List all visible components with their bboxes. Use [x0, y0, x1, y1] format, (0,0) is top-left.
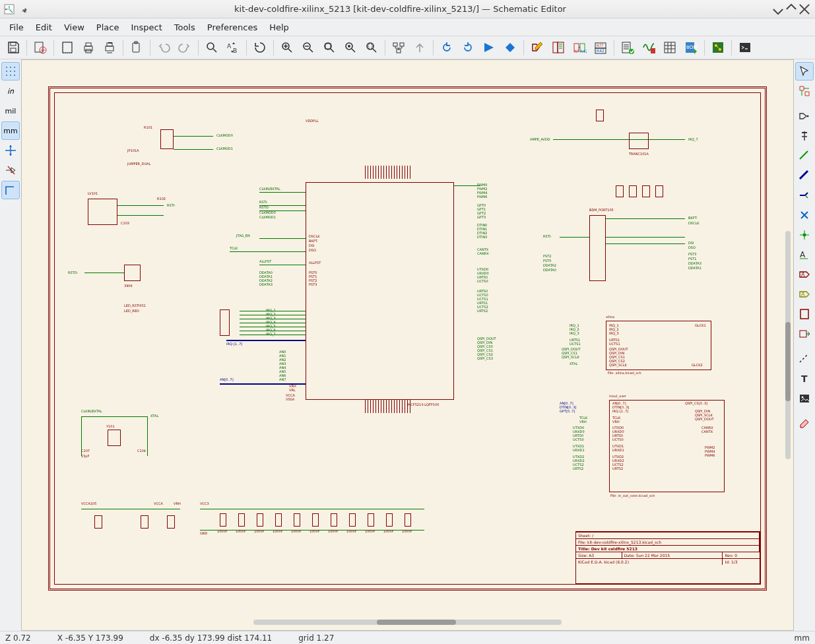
svg-point-23 [348, 45, 350, 48]
svg-point-58 [807, 115, 809, 117]
undo-button[interactable] [154, 38, 174, 57]
delete-tool[interactable] [795, 414, 814, 433]
paste-button[interactable] [127, 38, 147, 57]
mirror-v-button[interactable] [479, 38, 499, 57]
zoom-in-button[interactable] [277, 38, 297, 57]
pin-icon[interactable] [21, 5, 29, 13]
units-in[interactable]: in [1, 82, 20, 100]
navigate-hierarchy-button[interactable] [389, 38, 408, 57]
cursor-full-button[interactable] [1, 141, 20, 160]
svg-rect-27 [400, 43, 404, 46]
erc-button[interactable] [618, 38, 637, 57]
svg-point-50 [10, 67, 11, 68]
svg-rect-66 [800, 395, 809, 402]
bom-button[interactable]: BOM [681, 38, 701, 57]
menu-help[interactable]: Help [264, 20, 294, 34]
svg-point-51 [14, 67, 15, 68]
find-replace-button[interactable]: AB [223, 38, 243, 57]
symbol-browser-button[interactable] [548, 38, 568, 57]
redo-button[interactable] [175, 38, 195, 57]
rotate-cw-button[interactable] [458, 38, 478, 57]
add-dashed-line-tool[interactable] [795, 350, 814, 368]
minimize-button[interactable] [771, 3, 785, 16]
add-image-tool[interactable] [795, 389, 814, 408]
svg-rect-41 [651, 48, 655, 53]
h-scrollbar[interactable] [253, 620, 562, 625]
menu-place[interactable]: Place [91, 20, 125, 34]
svg-rect-63 [800, 309, 808, 319]
select-tool[interactable] [795, 62, 814, 80]
svg-rect-7 [63, 42, 72, 53]
add-hier-label-tool[interactable]: A [795, 285, 814, 304]
page-settings-button[interactable] [57, 38, 77, 57]
mirror-h-button[interactable] [500, 38, 520, 57]
import-sheet-pin-tool[interactable] [795, 325, 814, 343]
close-button[interactable] [798, 3, 811, 16]
menu-inspect[interactable]: Inspect [125, 20, 167, 34]
annotate-button[interactable]: R??R42 [591, 38, 610, 57]
sheet-frame: R101 JP101A JUMPER_DUAL CLKMOD0 CLKMOD1 … [48, 86, 767, 591]
refresh-button[interactable] [250, 38, 270, 57]
svg-rect-6 [63, 42, 72, 53]
symbol-editor-button[interactable] [527, 38, 547, 57]
add-text-tool[interactable]: T [795, 370, 814, 388]
add-bus-entry-tool[interactable] [795, 186, 814, 205]
simulator-button[interactable] [639, 38, 659, 57]
menu-tools[interactable]: Tools [169, 20, 201, 34]
svg-text:R42: R42 [580, 49, 587, 53]
zoom-selection-button[interactable] [362, 38, 381, 57]
svg-rect-29 [553, 42, 558, 53]
svg-text:R42: R42 [597, 48, 604, 53]
leave-sheet-button[interactable] [410, 38, 430, 57]
rotate-ccw-button[interactable] [437, 38, 457, 57]
add-net-label-tool[interactable]: A [795, 245, 814, 264]
add-wire-tool[interactable] [795, 146, 814, 165]
add-noconnect-tool[interactable] [795, 206, 814, 224]
grid-toggle[interactable] [1, 62, 20, 80]
scripting-console-button[interactable] [735, 38, 755, 57]
add-symbol-tool[interactable] [795, 107, 814, 125]
menu-preferences[interactable]: Preferences [202, 20, 263, 34]
svg-text:A: A [801, 272, 805, 278]
main-toolbar: AB R?R42 R??R42 BOM [0, 36, 815, 59]
units-mm[interactable]: mm [1, 121, 20, 140]
svg-text:BOM: BOM [686, 45, 697, 50]
print-button[interactable] [79, 38, 98, 57]
status-bar: Z 0.72 X -6.35 Y 173.99 dx -6.35 dy 173.… [0, 631, 815, 644]
add-bus-tool[interactable] [795, 166, 814, 185]
maximize-button[interactable] [785, 3, 798, 16]
find-button[interactable] [202, 38, 222, 57]
add-junction-tool[interactable] [795, 226, 814, 244]
left-toolbar: in mil mm [0, 59, 21, 631]
units-mil[interactable]: mil [1, 102, 20, 120]
svg-rect-48 [740, 43, 750, 52]
add-sheet-tool[interactable] [795, 305, 814, 323]
menubar: File Edit View Place Inspect Tools Prefe… [0, 18, 815, 36]
menu-view[interactable]: View [59, 20, 90, 34]
hidden-pins-button[interactable] [1, 161, 20, 179]
zoom-fit-button[interactable] [319, 38, 339, 57]
svg-text:R??: R?? [597, 43, 604, 48]
zoom-out-button[interactable] [298, 38, 318, 57]
symbol-fields-button[interactable] [660, 38, 680, 57]
svg-point-54 [14, 71, 15, 72]
pcb-editor-button[interactable] [708, 38, 728, 57]
svg-rect-64 [800, 331, 806, 337]
v-scrollbar[interactable] [785, 231, 791, 459]
right-toolbar: A A A T [794, 59, 815, 631]
menu-edit[interactable]: Edit [30, 20, 57, 34]
schematic-setup-button[interactable] [30, 38, 50, 57]
status-dxy: dx -6.35 dy 173.99 dist 174.11 [150, 633, 272, 643]
free-angle-button[interactable] [1, 181, 20, 199]
plot-button[interactable] [100, 38, 119, 57]
footprint-assign-button[interactable]: R?R42 [570, 38, 589, 57]
menu-file[interactable]: File [4, 20, 29, 34]
add-global-label-tool[interactable]: A [795, 265, 814, 284]
add-power-tool[interactable] [795, 127, 814, 145]
schematic-canvas[interactable]: R101 JP101A JUMPER_DUAL CLKMOD0 CLKMOD1 … [21, 59, 794, 631]
zoom-objects-button[interactable] [341, 38, 360, 57]
svg-point-59 [803, 234, 806, 237]
save-button[interactable] [3, 38, 23, 57]
highlight-net-tool[interactable] [795, 82, 814, 100]
svg-point-52 [6, 71, 7, 72]
